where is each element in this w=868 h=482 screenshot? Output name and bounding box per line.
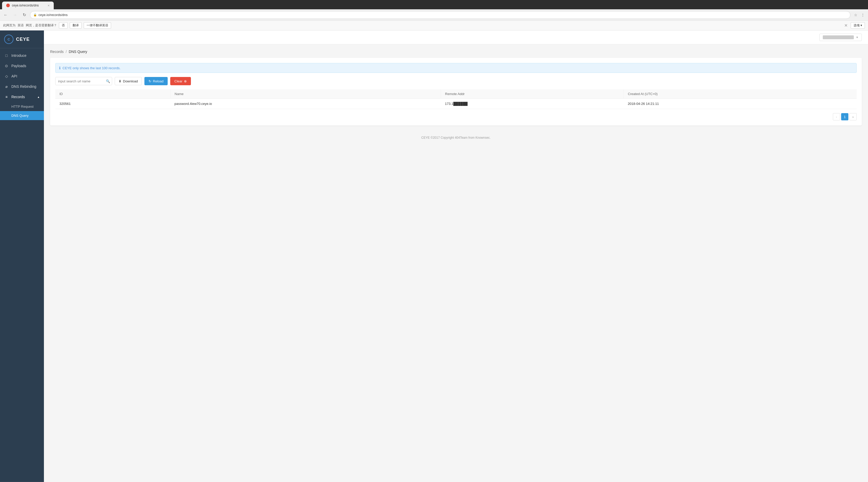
sidebar-item-api[interactable]: ◇ API xyxy=(0,71,44,82)
content-card: ℹ CEYE only shows the last 100 records. … xyxy=(50,58,862,126)
breadcrumb-separator: / xyxy=(66,50,67,54)
sidebar-item-introduce-label: Introduce xyxy=(11,54,26,58)
tab-title: ceye.io/records/dns xyxy=(12,4,39,7)
close-translate-button[interactable]: ✕ xyxy=(844,23,847,28)
translate-lang: 英语 xyxy=(18,23,24,28)
footer-text: CEYE ©2017 Copyright 404Team from Knowns… xyxy=(421,136,491,139)
url-text: ceye.io/records/dns xyxy=(38,13,68,17)
sidebar-item-payloads[interactable]: ⊙ Payloads xyxy=(0,61,44,71)
info-message: CEYE only shows the last 100 records. xyxy=(63,66,121,70)
search-input[interactable] xyxy=(55,77,112,85)
cell-created-at: 2018-04-26 14:21:11 xyxy=(624,99,857,109)
sidebar-item-dns-rebinding-label: DNS Rebinding xyxy=(11,85,36,89)
sidebar-subitem-dns-query[interactable]: DNS Query xyxy=(0,111,44,120)
browser-actions: ☆ ⋮ xyxy=(852,12,866,18)
table-body: 320561 password.4iew70.ceye.io 173.1████… xyxy=(55,99,857,109)
info-icon: ℹ xyxy=(59,66,60,70)
footer: CEYE ©2017 Copyright 404Team from Knowns… xyxy=(44,131,868,144)
prev-page-button[interactable]: ‹ xyxy=(833,113,840,120)
download-icon: ⬇ xyxy=(119,79,121,83)
settings-icon[interactable]: ⋮ xyxy=(860,12,866,18)
sidebar-item-records[interactable]: ≡ Records ▲ xyxy=(0,92,44,102)
back-button[interactable]: ← xyxy=(2,11,9,19)
sidebar-item-api-label: API xyxy=(11,74,17,78)
breadcrumb: Records / DNS Query xyxy=(50,50,862,54)
search-input-wrapper: 🔍 xyxy=(55,77,112,85)
records-icon: ≡ xyxy=(4,95,9,99)
table-row: 320561 password.4iew70.ceye.io 173.1████… xyxy=(55,99,857,109)
no-translate-button[interactable]: 否 xyxy=(59,22,68,29)
introduce-icon: □ xyxy=(4,54,9,58)
col-remote-addr: Remote Addr xyxy=(441,89,624,99)
sidebar-logo: C CEYE xyxy=(0,30,44,48)
active-tab[interactable]: ceye.io/records/dns ✕ xyxy=(2,2,54,9)
sidebar: C CEYE □ Introduce ⊙ Payloads ◇ API ⌀ DN… xyxy=(0,30,44,482)
sidebar-subitem-http-request-label: HTTP Request xyxy=(11,105,34,108)
main-content: ██████ ▼ Records / DNS Query ℹ CEYE only… xyxy=(44,30,868,482)
never-translate-button[interactable]: 一律不翻译英语 xyxy=(84,22,111,29)
browser-chrome: ceye.io/records/dns ✕ ← → ↻ 🔒 ceye.io/re… xyxy=(0,0,868,30)
browser-toolbar: ← → ↻ 🔒 ceye.io/records/dns ☆ ⋮ xyxy=(0,9,868,21)
dns-rebinding-icon: ⌀ xyxy=(4,85,9,89)
records-expand-icon: ▲ xyxy=(37,96,40,98)
clear-label: Clear xyxy=(175,79,182,83)
breadcrumb-current: DNS Query xyxy=(69,50,87,54)
reload-icon: ↻ xyxy=(149,79,151,83)
breadcrumb-records-link[interactable]: Records xyxy=(50,50,64,54)
tab-close-icon[interactable]: ✕ xyxy=(48,4,50,7)
translate-prefix: 此网页为 xyxy=(3,23,16,28)
main-header: ██████ ▼ xyxy=(44,30,868,44)
download-label: Download xyxy=(123,79,138,83)
cell-name: password.4iew70.ceye.io xyxy=(170,99,441,109)
clear-icon: ⊗ xyxy=(184,79,187,83)
search-icon[interactable]: 🔍 xyxy=(106,79,110,83)
col-id: ID xyxy=(55,89,170,99)
reload-page-button[interactable]: ↻ xyxy=(21,11,28,19)
reload-label: Reload xyxy=(153,79,163,83)
browser-tabs: ceye.io/records/dns ✕ xyxy=(0,0,868,9)
col-created-at: Created At (UTC+0) xyxy=(624,89,857,99)
sidebar-item-payloads-label: Payloads xyxy=(11,64,26,68)
translate-button[interactable]: 翻译 xyxy=(70,22,82,29)
pagination: ‹ 1 › xyxy=(55,113,857,120)
cell-id: 320561 xyxy=(55,99,170,109)
favicon xyxy=(6,4,10,7)
sidebar-item-dns-rebinding[interactable]: ⌀ DNS Rebinding xyxy=(0,82,44,92)
cell-remote-addr: 173.1██████ xyxy=(441,99,624,109)
sidebar-item-introduce[interactable]: □ Introduce xyxy=(0,51,44,61)
lock-icon: 🔒 xyxy=(33,13,37,17)
logo-icon: C xyxy=(4,35,13,44)
toolbar: 🔍 ⬇ Download ↻ Reload Clear ⊗ xyxy=(55,77,857,85)
sidebar-nav: □ Introduce ⊙ Payloads ◇ API ⌀ DNS Rebin… xyxy=(0,48,44,482)
download-button[interactable]: ⬇ Download xyxy=(115,77,142,85)
reload-button[interactable]: ↻ Reload xyxy=(145,77,168,85)
address-bar[interactable]: 🔒 ceye.io/records/dns xyxy=(30,11,850,19)
payloads-icon: ⊙ xyxy=(4,64,9,68)
next-page-button[interactable]: › xyxy=(849,113,857,120)
user-display: ██████ xyxy=(823,35,854,39)
user-dropdown[interactable]: ██████ ▼ xyxy=(819,34,862,41)
data-table: ID Name Remote Addr Created At (UTC+0) 3… xyxy=(55,89,857,109)
chevron-down-icon: ▼ xyxy=(856,36,859,39)
logo-text: CEYE xyxy=(16,37,30,42)
col-name: Name xyxy=(170,89,441,99)
info-bar: ℹ CEYE only shows the last 100 records. xyxy=(55,63,857,73)
sidebar-subitem-dns-query-label: DNS Query xyxy=(11,114,28,118)
sidebar-item-records-label: Records xyxy=(11,95,25,99)
clear-button[interactable]: Clear ⊗ xyxy=(170,77,191,85)
app-container: C CEYE □ Introduce ⊙ Payloads ◇ API ⌀ DN… xyxy=(0,30,868,482)
table-header-row: ID Name Remote Addr Created At (UTC+0) xyxy=(55,89,857,99)
sidebar-subitem-http-request[interactable]: HTTP Request xyxy=(0,102,44,111)
content-area: Records / DNS Query ℹ CEYE only shows th… xyxy=(44,44,868,131)
bookmark-icon[interactable]: ☆ xyxy=(852,12,859,18)
api-icon: ◇ xyxy=(4,74,9,78)
forward-button[interactable]: → xyxy=(11,11,19,19)
translate-question: 网页，是否需要翻译？ xyxy=(26,23,57,28)
options-button[interactable]: 选项 ▾ xyxy=(851,22,865,29)
translation-bar: 此网页为 英语 网页，是否需要翻译？ 否 翻译 一律不翻译英语 ✕ 选项 ▾ xyxy=(0,21,868,30)
page-1-button[interactable]: 1 xyxy=(841,113,848,120)
